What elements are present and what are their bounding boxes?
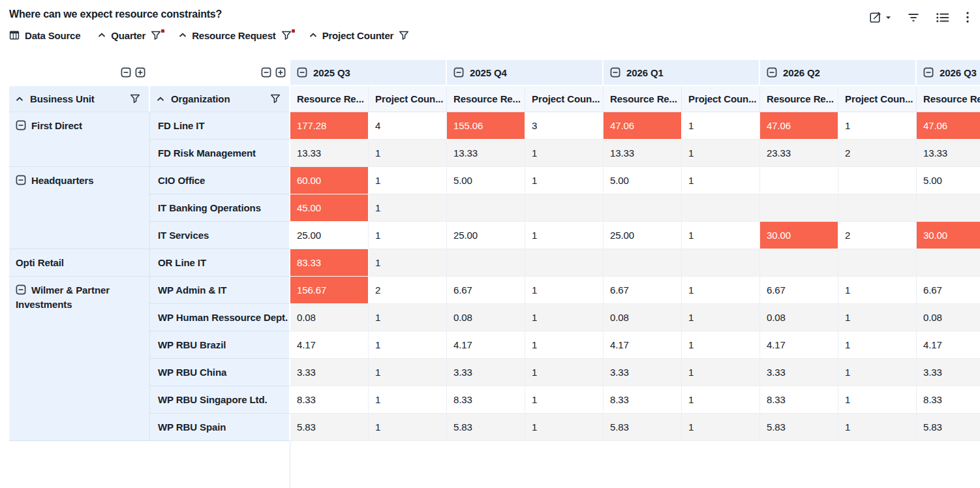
collapse-row-icon[interactable] bbox=[16, 284, 26, 295]
value-cell-resource-request[interactable]: 0.08 bbox=[604, 304, 682, 331]
value-cell-resource-request[interactable]: 13.33 bbox=[290, 140, 369, 167]
value-cell-resource-request[interactable]: 0.08 bbox=[290, 304, 369, 331]
value-cell-resource-request[interactable] bbox=[604, 249, 682, 277]
value-cell-resource-request[interactable]: 5.00 bbox=[604, 167, 682, 194]
value-cell-resource-request[interactable]: 6.67 bbox=[604, 277, 682, 304]
value-cell-project-counter[interactable]: 1 bbox=[682, 386, 760, 414]
value-cell-project-counter[interactable] bbox=[682, 249, 760, 277]
value-cell-project-counter[interactable]: 1 bbox=[838, 414, 917, 441]
row-dimension-header[interactable]: Organization bbox=[150, 86, 290, 112]
business-unit-cell[interactable]: First Direct bbox=[9, 112, 150, 167]
value-cell-project-counter[interactable]: 3 bbox=[525, 112, 604, 140]
business-unit-cell[interactable]: Headquarters bbox=[9, 167, 150, 249]
value-cell-project-counter[interactable] bbox=[525, 249, 604, 277]
value-cell-project-counter[interactable] bbox=[525, 194, 604, 222]
value-cell-project-counter[interactable]: 1 bbox=[682, 331, 760, 359]
value-cell-resource-request[interactable]: 4.17 bbox=[290, 331, 369, 359]
value-cell-resource-request[interactable] bbox=[447, 249, 525, 277]
value-cell-resource-request[interactable]: 13.33 bbox=[447, 140, 525, 167]
value-cell-project-counter[interactable]: 1 bbox=[838, 304, 917, 331]
value-cell-resource-request[interactable] bbox=[760, 249, 838, 277]
collapse-group-icon[interactable] bbox=[923, 67, 934, 78]
value-cell-project-counter[interactable]: 1 bbox=[682, 167, 760, 194]
value-cell-resource-request[interactable]: 6.67 bbox=[760, 277, 838, 304]
value-cell-project-counter[interactable]: 1 bbox=[369, 414, 447, 441]
value-cell-project-counter[interactable]: 1 bbox=[369, 386, 447, 414]
edit-button[interactable] bbox=[869, 10, 891, 24]
value-cell-resource-request[interactable]: 5.83 bbox=[604, 414, 682, 441]
collapse-group-icon[interactable] bbox=[610, 67, 620, 78]
value-cell-project-counter[interactable]: 2 bbox=[369, 277, 447, 304]
collapse-row-icon[interactable] bbox=[16, 175, 26, 185]
value-cell-project-counter[interactable]: 1 bbox=[682, 414, 760, 441]
value-cell-resource-request[interactable]: 4.17 bbox=[917, 331, 980, 359]
value-cell-project-counter[interactable]: 1 bbox=[525, 222, 604, 249]
value-cell-resource-request[interactable]: 3.33 bbox=[917, 359, 980, 386]
value-cell-project-counter[interactable]: 1 bbox=[525, 167, 604, 194]
measure-header[interactable]: Resource Re... bbox=[760, 86, 838, 112]
value-cell-project-counter[interactable] bbox=[682, 194, 760, 222]
value-cell-resource-request[interactable]: 0.08 bbox=[760, 304, 838, 331]
measure-header[interactable]: Project Coun... bbox=[525, 86, 604, 112]
value-cell-project-counter[interactable]: 1 bbox=[682, 359, 760, 386]
field-resource-request[interactable]: Resource Request bbox=[179, 30, 292, 41]
value-cell-project-counter[interactable]: 1 bbox=[682, 112, 760, 140]
value-cell-resource-request[interactable]: 30.00 bbox=[760, 222, 838, 249]
value-cell-project-counter[interactable]: 1 bbox=[369, 304, 447, 331]
column-group-header[interactable]: 2025 Q3 bbox=[290, 60, 447, 86]
expand-all-button[interactable] bbox=[275, 67, 286, 78]
value-cell-project-counter[interactable]: 1 bbox=[682, 222, 760, 249]
value-cell-resource-request[interactable]: 0.08 bbox=[917, 304, 980, 331]
column-group-header[interactable]: 2026 Q2 bbox=[760, 60, 917, 86]
value-cell-resource-request[interactable] bbox=[604, 194, 682, 222]
value-cell-resource-request[interactable]: 5.83 bbox=[290, 414, 369, 441]
value-cell-resource-request[interactable]: 23.33 bbox=[760, 140, 838, 167]
value-cell-project-counter[interactable]: 1 bbox=[525, 386, 604, 414]
fields-list-button[interactable] bbox=[936, 12, 950, 23]
value-cell-resource-request[interactable]: 47.06 bbox=[760, 112, 838, 140]
value-cell-resource-request[interactable]: 3.33 bbox=[760, 359, 838, 386]
funnel-icon[interactable] bbox=[151, 31, 161, 40]
value-cell-project-counter[interactable]: 2 bbox=[838, 222, 917, 249]
value-cell-resource-request[interactable]: 6.67 bbox=[917, 277, 980, 304]
value-cell-project-counter[interactable]: 1 bbox=[682, 304, 760, 331]
value-cell-resource-request[interactable]: 0.08 bbox=[447, 304, 525, 331]
value-cell-resource-request[interactable]: 4.17 bbox=[604, 331, 682, 359]
value-cell-resource-request[interactable]: 13.33 bbox=[917, 140, 980, 167]
value-cell-resource-request[interactable]: 45.00 bbox=[290, 194, 369, 222]
value-cell-project-counter[interactable]: 1 bbox=[838, 277, 917, 304]
value-cell-resource-request[interactable]: 5.83 bbox=[447, 414, 525, 441]
value-cell-resource-request[interactable]: 155.06 bbox=[447, 112, 525, 140]
value-cell-project-counter[interactable]: 1 bbox=[525, 304, 604, 331]
value-cell-resource-request[interactable]: 47.06 bbox=[917, 112, 980, 140]
value-cell-resource-request[interactable]: 25.00 bbox=[604, 222, 682, 249]
value-cell-project-counter[interactable] bbox=[838, 249, 917, 277]
measure-header[interactable]: Project Coun... bbox=[838, 86, 917, 112]
value-cell-resource-request[interactable]: 4.17 bbox=[760, 331, 838, 359]
value-cell-resource-request[interactable]: 25.00 bbox=[290, 222, 369, 249]
value-cell-resource-request[interactable]: 83.33 bbox=[290, 249, 369, 277]
value-cell-project-counter[interactable]: 1 bbox=[369, 222, 447, 249]
more-menu-button[interactable] bbox=[966, 11, 970, 23]
value-cell-resource-request[interactable]: 8.33 bbox=[447, 386, 525, 414]
value-cell-project-counter[interactable] bbox=[838, 167, 917, 194]
value-cell-project-counter[interactable]: 1 bbox=[369, 194, 447, 222]
funnel-icon[interactable] bbox=[130, 94, 140, 104]
value-cell-resource-request[interactable]: 25.00 bbox=[447, 222, 525, 249]
collapse-row-icon[interactable] bbox=[16, 120, 26, 130]
value-cell-resource-request[interactable]: 8.33 bbox=[917, 386, 980, 414]
value-cell-resource-request[interactable]: 4.17 bbox=[447, 331, 525, 359]
filter-button[interactable] bbox=[907, 12, 920, 23]
value-cell-resource-request[interactable]: 30.00 bbox=[917, 222, 980, 249]
value-cell-resource-request[interactable]: 6.67 bbox=[447, 277, 525, 304]
measure-header[interactable]: Project Coun... bbox=[682, 86, 760, 112]
value-cell-resource-request[interactable]: 3.33 bbox=[447, 359, 525, 386]
chevron-up-icon[interactable] bbox=[157, 97, 164, 102]
value-cell-project-counter[interactable]: 1 bbox=[682, 277, 760, 304]
field-project-counter[interactable]: Project Counter bbox=[309, 30, 410, 41]
value-cell-project-counter[interactable]: 4 bbox=[369, 112, 447, 140]
value-cell-project-counter[interactable]: 1 bbox=[369, 140, 447, 167]
measure-header[interactable]: Resource Re... bbox=[604, 86, 682, 112]
value-cell-project-counter[interactable]: 1 bbox=[525, 140, 604, 167]
measure-header[interactable]: Resource Re... bbox=[290, 86, 369, 112]
